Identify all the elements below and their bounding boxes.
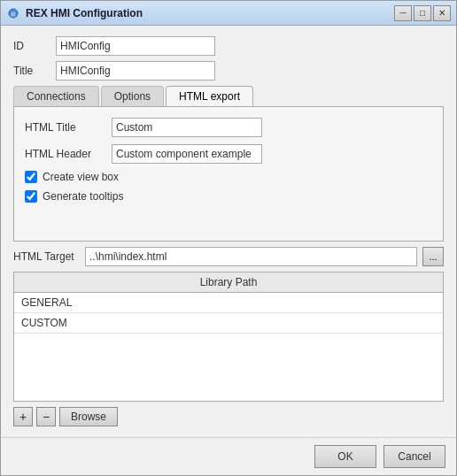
main-content: ID Title Connections Options HTML export… xyxy=(1,26,456,437)
id-input[interactable] xyxy=(56,36,215,56)
title-row: Title xyxy=(13,61,444,81)
close-button[interactable]: ✕ xyxy=(433,5,451,21)
footer: OK Cancel xyxy=(1,437,456,475)
app-icon: R xyxy=(6,6,20,20)
library-toolbar: + − Browse xyxy=(13,407,444,426)
window-title: REX HMI Configuration xyxy=(26,7,394,19)
add-library-button[interactable]: + xyxy=(13,407,33,426)
svg-text:R: R xyxy=(11,11,15,17)
title-input[interactable] xyxy=(56,61,215,81)
library-rows: GENERAL CUSTOM xyxy=(14,293,443,402)
create-view-box-row: Create view box xyxy=(25,171,432,183)
maximize-button[interactable]: □ xyxy=(414,5,431,21)
html-title-label: HTML Title xyxy=(25,121,105,134)
html-title-row: HTML Title xyxy=(25,118,432,137)
generate-tooltips-row: Generate tooltips xyxy=(25,190,432,203)
library-header: Library Path xyxy=(14,273,443,293)
html-target-input[interactable] xyxy=(85,247,417,266)
html-target-browse-button[interactable]: ... xyxy=(422,247,444,266)
window-controls: ─ □ ✕ xyxy=(394,5,451,21)
list-item[interactable]: GENERAL xyxy=(14,293,443,313)
cancel-button[interactable]: Cancel xyxy=(383,445,445,468)
remove-library-button[interactable]: − xyxy=(36,407,56,426)
title-bar: R REX HMI Configuration ─ □ ✕ xyxy=(1,1,456,26)
id-label: ID xyxy=(13,40,49,52)
html-title-input[interactable] xyxy=(112,118,262,137)
minimize-button[interactable]: ─ xyxy=(394,5,412,21)
tab-html-export-content: HTML Title HTML Header Create view box G… xyxy=(13,106,444,242)
library-table: Library Path GENERAL CUSTOM xyxy=(13,272,444,403)
tab-html-export[interactable]: HTML export xyxy=(166,86,253,106)
title-label: Title xyxy=(13,65,49,77)
ok-button[interactable]: OK xyxy=(314,445,376,468)
library-section: Library Path GENERAL CUSTOM + − Browse xyxy=(13,272,444,427)
html-target-label: HTML Target xyxy=(13,250,80,263)
main-window: R REX HMI Configuration ─ □ ✕ ID Title C… xyxy=(0,0,457,476)
tabs-area: Connections Options HTML export HTML Tit… xyxy=(13,86,444,242)
generate-tooltips-label: Generate tooltips xyxy=(43,190,123,203)
tabs-header: Connections Options HTML export xyxy=(13,86,444,106)
id-row: ID xyxy=(13,36,444,56)
browse-library-button[interactable]: Browse xyxy=(59,407,118,426)
create-view-box-label: Create view box xyxy=(43,171,119,183)
html-header-input[interactable] xyxy=(112,144,262,164)
generate-tooltips-checkbox[interactable] xyxy=(25,190,37,203)
html-target-section: HTML Target ... xyxy=(13,247,444,266)
tab-connections[interactable]: Connections xyxy=(13,86,99,106)
tab-options[interactable]: Options xyxy=(101,86,164,106)
html-header-row: HTML Header xyxy=(25,144,432,164)
html-header-label: HTML Header xyxy=(25,148,105,160)
list-item[interactable]: CUSTOM xyxy=(14,313,443,334)
create-view-box-checkbox[interactable] xyxy=(25,171,37,183)
